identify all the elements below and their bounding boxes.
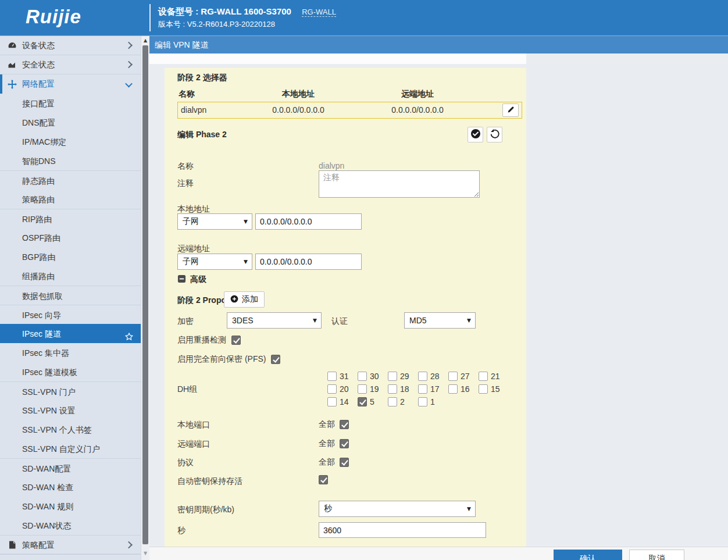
dh-option-checkbox[interactable] bbox=[479, 384, 488, 394]
keepalive-checkbox[interactable] bbox=[319, 475, 328, 484]
comment-textarea[interactable] bbox=[319, 170, 480, 198]
star-icon[interactable] bbox=[124, 329, 134, 338]
selector-table-row[interactable]: dialvpn 0.0.0.0/0.0.0.0 0.0.0.0/0.0.0.0 bbox=[177, 102, 522, 119]
dh-option-checkbox[interactable] bbox=[358, 384, 367, 394]
sidebar-item[interactable]: IPsec 隧道 bbox=[0, 324, 141, 343]
sidebar-item[interactable]: OSPF路由 bbox=[0, 228, 141, 247]
sidebar-item-label: 策略配置 bbox=[22, 540, 55, 550]
dh-option-checkbox[interactable] bbox=[448, 372, 458, 381]
sidebar-item[interactable]: SD-WAN 检查 bbox=[0, 477, 141, 497]
pfs-row: 启用完全前向保密 (PFS) bbox=[177, 354, 280, 365]
authentication-select[interactable]: MD5 ▼ bbox=[404, 312, 476, 329]
dh-option-checkbox[interactable] bbox=[327, 372, 337, 381]
dh-option-checkbox[interactable] bbox=[358, 372, 367, 381]
revert-button[interactable] bbox=[487, 127, 502, 142]
dh-group-option[interactable]: 30 bbox=[358, 372, 388, 381]
add-proposal-button[interactable]: 添加 bbox=[224, 291, 265, 308]
dh-option-checkbox[interactable] bbox=[327, 397, 337, 406]
dh-group-option[interactable]: 16 bbox=[448, 384, 479, 394]
sidebar-item[interactable]: 数据包抓取 bbox=[0, 286, 141, 305]
dh-group-option[interactable]: 17 bbox=[418, 384, 448, 394]
sidebar-item[interactable]: SSL-VPN 个人书签 bbox=[0, 420, 141, 439]
scroll-thumb[interactable] bbox=[142, 45, 148, 544]
dh-group-option[interactable]: 5 bbox=[358, 397, 388, 406]
sidebar-item[interactable]: 静态路由 bbox=[0, 170, 141, 190]
version-label: 版本号 : bbox=[158, 20, 185, 28]
dh-option-checkbox[interactable] bbox=[418, 384, 427, 394]
dh-option-checkbox[interactable] bbox=[327, 384, 337, 394]
dh-option-checkbox[interactable] bbox=[448, 384, 458, 394]
remote-port-checkbox[interactable] bbox=[340, 439, 349, 448]
protocol-checkbox[interactable] bbox=[340, 458, 349, 467]
dh-group-option[interactable]: 19 bbox=[358, 384, 388, 394]
dh-group-option[interactable]: 2 bbox=[388, 397, 418, 406]
confirm-button[interactable]: 确认 bbox=[554, 550, 622, 560]
sidebar-item[interactable]: 策略配置 bbox=[0, 535, 141, 554]
scroll-down-icon[interactable]: ▼ bbox=[141, 551, 149, 556]
sidebar-item[interactable]: 网络配置 bbox=[0, 74, 141, 94]
dh-group-option[interactable]: 28 bbox=[418, 372, 448, 381]
dh-group-option[interactable]: 1 bbox=[418, 397, 448, 406]
sidebar-item[interactable]: 组播路由 bbox=[0, 266, 141, 286]
sidebar-scrollbar[interactable]: ▲ ▼ bbox=[141, 36, 149, 560]
sidebar-item[interactable]: 接口配置 bbox=[0, 94, 141, 113]
seconds-input[interactable] bbox=[319, 522, 486, 538]
dh-option-checkbox[interactable] bbox=[388, 384, 397, 394]
dh-group-option[interactable]: 18 bbox=[388, 384, 418, 394]
dh-group-option[interactable]: 14 bbox=[327, 397, 358, 406]
sidebar-item[interactable]: IPsec 集中器 bbox=[0, 343, 141, 362]
sidebar-item[interactable]: 智能DNS bbox=[0, 151, 141, 170]
selector-row-name: dialvpn bbox=[181, 105, 206, 115]
sidebar-item[interactable]: BGP路由 bbox=[0, 247, 141, 266]
sidebar-item[interactable]: SD-WAN配置 bbox=[0, 458, 141, 477]
sidebar-item[interactable]: IPsec 向导 bbox=[0, 305, 141, 324]
local-port-checkbox[interactable] bbox=[340, 420, 349, 429]
sidebar-item[interactable]: SSL-VPN 门户 bbox=[0, 381, 141, 401]
dh-option-checkbox[interactable] bbox=[418, 397, 427, 406]
scroll-up-icon[interactable]: ▲ bbox=[141, 38, 149, 43]
dh-group-option[interactable]: 15 bbox=[479, 384, 509, 394]
sidebar-item[interactable]: RIP路由 bbox=[0, 209, 141, 228]
replay-detection-row: 启用重播检测 bbox=[177, 335, 241, 345]
sidebar-item[interactable]: SSL-VPN 设置 bbox=[0, 401, 141, 420]
sidebar-item[interactable]: SSL-VPN 自定义门户 bbox=[0, 439, 141, 458]
dh-option-checkbox[interactable] bbox=[358, 397, 367, 406]
sidebar-item[interactable]: 安全状态 bbox=[0, 55, 141, 74]
dh-group-option[interactable]: 20 bbox=[327, 384, 358, 394]
sidebar-item[interactable]: SD-WAN 规则 bbox=[0, 497, 141, 516]
dh-option-checkbox[interactable] bbox=[479, 372, 488, 381]
cancel-button[interactable]: 取消 bbox=[629, 550, 684, 560]
sidebar-item[interactable]: SD-WAN状态 bbox=[0, 516, 141, 535]
apply-button[interactable] bbox=[468, 127, 483, 142]
chevron-right-icon bbox=[125, 42, 133, 49]
policy-icon bbox=[8, 540, 17, 550]
replay-detection-checkbox[interactable] bbox=[231, 336, 241, 345]
sidebar-item[interactable]: IP/MAC绑定 bbox=[0, 132, 141, 151]
pfs-checkbox[interactable] bbox=[271, 355, 280, 364]
edit-row-button[interactable] bbox=[502, 104, 519, 117]
advanced-toggle[interactable]: 高级 bbox=[177, 274, 206, 285]
device-name-link[interactable]: RG-WALL bbox=[302, 8, 336, 17]
sidebar-item[interactable]: 设备状态 bbox=[0, 36, 141, 55]
sidebar-item[interactable]: 策略路由 bbox=[0, 190, 141, 209]
dh-group-option[interactable]: 31 bbox=[327, 372, 358, 381]
dropdown-arrow-icon: ▼ bbox=[244, 219, 248, 224]
remote-address-type-select[interactable]: 子网 ▼ bbox=[177, 254, 252, 270]
local-address-input[interactable] bbox=[255, 213, 362, 230]
dh-option-checkbox[interactable] bbox=[388, 397, 397, 406]
dh-option-checkbox[interactable] bbox=[418, 372, 427, 381]
local-address-type-select[interactable]: 子网 ▼ bbox=[177, 213, 252, 230]
sidebar-item[interactable]: 对象配置 bbox=[0, 554, 141, 560]
keylife-select[interactable]: 秒 ▼ bbox=[319, 501, 476, 517]
encryption-select[interactable]: 3DES ▼ bbox=[227, 312, 322, 329]
local-port-label: 本地端口 bbox=[177, 420, 210, 430]
dh-option-checkbox[interactable] bbox=[388, 372, 397, 381]
dh-group-option[interactable]: 29 bbox=[388, 372, 418, 381]
dh-group-option[interactable]: 21 bbox=[479, 372, 509, 381]
remote-address-input[interactable] bbox=[255, 254, 362, 270]
header-divider bbox=[149, 4, 151, 31]
dh-group-option[interactable]: 27 bbox=[448, 372, 479, 381]
encryption-label: 加密 bbox=[177, 316, 194, 327]
sidebar-item[interactable]: DNS配置 bbox=[0, 113, 141, 132]
sidebar-item[interactable]: IPsec 隧道模板 bbox=[0, 362, 141, 381]
